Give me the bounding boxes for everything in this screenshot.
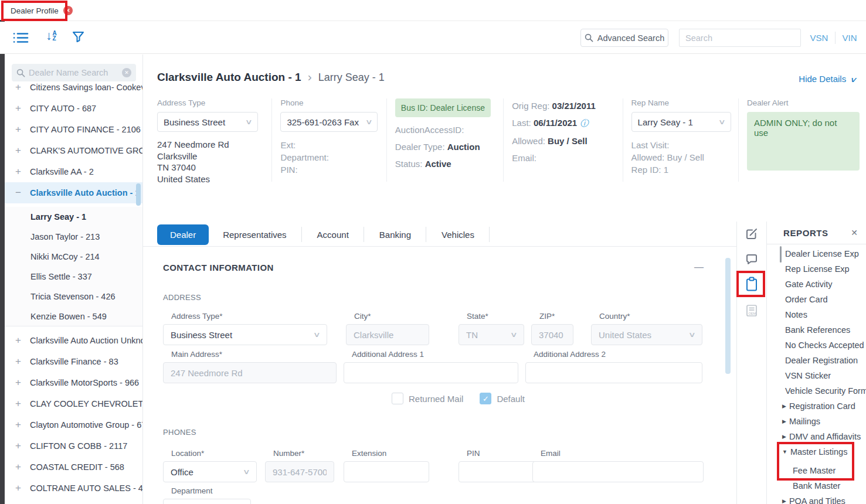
reports-scrollbar-thumb[interactable]	[780, 246, 782, 263]
default-checkbox[interactable]: Default	[480, 393, 525, 404]
dealer-tree-item[interactable]: + CITY AUTO - 687	[5, 98, 143, 119]
clear-search-icon[interactable]	[122, 68, 131, 77]
report-item[interactable]: Dealer Registration	[767, 353, 866, 368]
phone-select[interactable]: 325-691-0263 Fax	[280, 112, 378, 132]
tree-toggle-icon[interactable]: +	[15, 103, 30, 114]
vin-button[interactable]: VIN	[836, 29, 863, 47]
report-item[interactable]: ▶ POA and Titles	[767, 493, 866, 504]
dealer-tree-item[interactable]: + Clarksville Finance - 83	[5, 351, 143, 372]
tree-toggle-icon[interactable]: +	[15, 482, 30, 494]
dealer-tree-item[interactable]: Ellis Settle - 337	[5, 267, 143, 287]
address-type-select[interactable]: Business Street	[157, 112, 258, 132]
report-item[interactable]: Dealer License Exp	[767, 246, 866, 261]
filter-icon[interactable]	[72, 31, 84, 43]
report-item[interactable]: VSN Sticker	[767, 368, 866, 383]
report-item[interactable]: ▶ Mailings	[767, 414, 866, 429]
clipboard-icon[interactable]	[745, 277, 758, 292]
additional-address2-input[interactable]	[525, 362, 702, 383]
tree-toggle-icon[interactable]: +	[15, 335, 30, 346]
department-input[interactable]	[163, 499, 251, 504]
dealer-tree-item[interactable]: − Clarksville Auto Auction - 1	[5, 182, 143, 203]
edit-icon[interactable]	[745, 227, 759, 241]
tree-toggle-icon[interactable]: +	[15, 377, 30, 389]
dealer-tree-item[interactable]: Jason Taylor - 213	[5, 227, 143, 247]
tab-dealer-profile[interactable]: Dealer Profile	[6, 4, 77, 18]
dealer-tree-item[interactable]: + Clayton Automotive Group - 67	[5, 414, 143, 435]
comment-icon[interactable]	[745, 253, 759, 265]
dealer-tree-item[interactable]: Kenzie Bowen - 549	[5, 307, 143, 326]
sidebar-scrollbar-thumb[interactable]	[136, 183, 141, 206]
tab[interactable]: Account	[317, 230, 349, 240]
breadcrumb-parent[interactable]: Clarksville Auto Auction - 1	[157, 71, 301, 84]
tab[interactable]: Vehicles	[442, 230, 474, 240]
report-item[interactable]: Fee Master	[767, 463, 866, 478]
report-item[interactable]: ▶ Registration Card	[767, 399, 866, 414]
tree-toggle-icon[interactable]: −	[15, 187, 30, 199]
close-icon[interactable]	[851, 228, 858, 237]
dealer-tree-item[interactable]: Tricia Stevenson - 426	[5, 287, 143, 307]
dealer-tree-item[interactable]: + CITY AUTO FINANCE - 2106	[5, 119, 143, 140]
tree-toggle-icon[interactable]: +	[15, 166, 30, 178]
extension-input[interactable]	[344, 461, 429, 482]
expand-arrow-icon[interactable]: ▶	[782, 434, 786, 440]
hide-details-label: Hide Details	[799, 74, 846, 84]
tree-toggle-icon[interactable]: +	[15, 419, 30, 431]
close-icon[interactable]	[63, 6, 73, 15]
dealer-tree-item[interactable]: + Clarksville MotorSports - 966	[5, 372, 143, 393]
tree-toggle-icon[interactable]: +	[15, 145, 30, 156]
menu-list-icon[interactable]	[13, 32, 29, 44]
sort-az-icon[interactable]: ↓ AZ	[46, 29, 57, 42]
report-item[interactable]: Order Card	[767, 292, 866, 307]
advanced-search-button[interactable]: Advanced Search	[580, 29, 668, 47]
info-icon[interactable]	[577, 118, 588, 128]
rep-name-select[interactable]: Larry Seay - 1	[631, 112, 731, 132]
dealer-tree-item[interactable]: + COASTAL CREDIT - 568	[5, 457, 143, 478]
dealer-tree-item[interactable]: + Citizens Savings loan- Cookevi	[5, 77, 143, 98]
report-item[interactable]: Bank Master	[767, 478, 866, 493]
hide-details-link[interactable]: Hide Details	[799, 74, 855, 84]
tree-toggle-icon[interactable]: +	[15, 356, 30, 367]
tree-toggle-icon[interactable]: +	[15, 461, 30, 473]
dealer-tree-item[interactable]: + CLIFTON G COBB - 2117	[5, 435, 143, 457]
additional-address1-input[interactable]	[344, 362, 518, 383]
expand-arrow-icon[interactable]: ▼	[782, 449, 787, 455]
report-item[interactable]: No Checks Accepted	[767, 338, 866, 353]
tree-toggle-icon[interactable]: +	[15, 440, 30, 452]
report-item[interactable]: Notes	[767, 307, 866, 322]
dealer-tree-item[interactable]: + CLARK'S AUTOMOTIVE GROU	[5, 140, 143, 161]
dealer-tree-item[interactable]: + COLTRANE AUTO SALES - 492	[5, 478, 143, 499]
returned-mail-checkbox[interactable]: Returned Mail	[392, 393, 463, 404]
dealer-tree-item[interactable]: + Clarksville Auto Auction Unkno	[5, 330, 143, 351]
oem-report-icon[interactable]: OEM	[745, 304, 759, 318]
address-type-select[interactable]: Business Street	[163, 324, 327, 345]
report-item[interactable]: Gate Activity	[767, 277, 866, 292]
expand-arrow-icon[interactable]: ▶	[782, 403, 786, 409]
global-search-input[interactable]	[679, 29, 801, 47]
tree-toggle-icon[interactable]: +	[15, 81, 30, 93]
tab[interactable]: Representatives	[223, 230, 286, 240]
report-item[interactable]: Rep License Exp	[767, 261, 866, 277]
dealer-tree-item[interactable]: + CLAY COOLEY CHEVROLET - 4	[5, 393, 143, 414]
report-item[interactable]: ▶ DMV and Affidavits	[767, 429, 866, 444]
pin-input[interactable]	[459, 461, 541, 482]
tab[interactable]: Banking	[379, 230, 411, 240]
dealer-tree-item[interactable]: Larry Seay - 1	[5, 207, 143, 227]
expand-arrow-icon[interactable]: ▶	[782, 498, 786, 504]
breadcrumb-current[interactable]: Larry Seay - 1	[318, 71, 385, 84]
vsn-button[interactable]: VSN	[804, 29, 834, 47]
main-scrollbar-thumb[interactable]	[725, 258, 731, 374]
tree-toggle-icon[interactable]: +	[15, 124, 30, 135]
dealer-name-search-input[interactable]	[29, 68, 118, 77]
dealer-tree-item[interactable]: Nikki McCoy - 214	[5, 247, 143, 267]
dealer-tree-item[interactable]: + Clarksville AA - 2	[5, 161, 143, 182]
report-item[interactable]: Bank References	[767, 322, 866, 338]
email-input[interactable]	[532, 461, 704, 482]
tab[interactable]: Dealer	[157, 224, 209, 245]
expand-arrow-icon[interactable]: ▶	[782, 418, 786, 424]
report-item[interactable]: ▼ Master Listings	[767, 444, 866, 459]
collapse-icon[interactable]	[694, 262, 704, 273]
report-item[interactable]: Vehicle Security Form	[767, 383, 866, 399]
location-select[interactable]: Office	[163, 461, 257, 482]
dealer-tree-item-label: COLTRANE AUTO SALES - 492	[30, 483, 143, 493]
tree-toggle-icon[interactable]: +	[15, 398, 30, 410]
